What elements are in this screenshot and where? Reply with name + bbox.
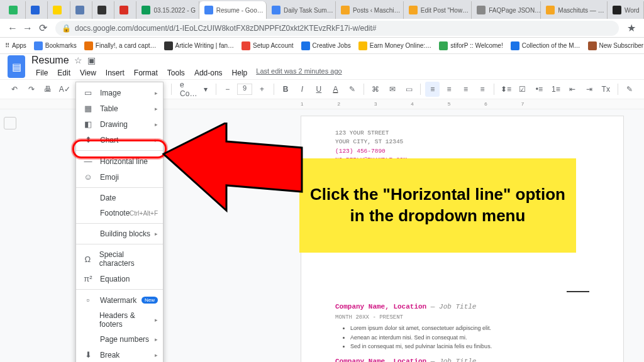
bold-button[interactable]: B — [279, 82, 292, 97]
comment-button[interactable]: ✉ — [386, 82, 399, 97]
align-right-button[interactable]: ≡ — [458, 82, 472, 97]
apps-button[interactable]: ⠿ Apps — [5, 42, 26, 49]
menu-tools[interactable]: Tools — [163, 67, 189, 79]
highlight-button[interactable]: ✎ — [345, 82, 359, 97]
insert-break[interactable]: ⬇Break▸ — [76, 347, 163, 362]
insert-image[interactable]: ▭Image▸ — [76, 85, 163, 101]
browser-tab[interactable]: Edit Post "How… — [404, 1, 472, 19]
align-left-button[interactable]: ≡ — [425, 82, 439, 97]
submenu-arrow-icon: ▸ — [155, 90, 158, 96]
browser-tab[interactable] — [114, 1, 136, 19]
svg-marker-0 — [164, 123, 302, 211]
submenu-arrow-icon: ▸ — [155, 352, 158, 358]
font-minus[interactable]: − — [220, 82, 234, 97]
last-edit-link[interactable]: Last edit was 2 minutes ago — [256, 67, 341, 79]
browser-tab[interactable]: Resume - Goo… — [199, 1, 267, 19]
align-justify-button[interactable]: ≡ — [475, 82, 489, 97]
menu-icon: ▭ — [82, 88, 94, 97]
bookmark-item[interactable]: Article Writing | fan… — [164, 41, 235, 50]
font-select[interactable]: e Co… ▾ — [176, 80, 211, 98]
browser-tab[interactable]: 03.15.2022 - G — [136, 1, 199, 19]
browser-tab[interactable]: FAQPage JSON… — [472, 1, 541, 19]
phone-text: (123) 456-7890 — [335, 147, 589, 156]
redo-button[interactable]: ↷ — [24, 82, 38, 97]
arrow-annotation — [157, 123, 308, 217]
browser-tab[interactable]: Daily Task Sum… — [267, 1, 336, 19]
indent-decrease-button[interactable]: ⇤ — [565, 82, 579, 97]
job-dates: MONTH 20XX - PRESENT — [335, 314, 589, 322]
menu-file[interactable]: File — [31, 67, 52, 79]
spellcheck-button[interactable]: A✓ — [57, 82, 71, 97]
menu-icon: ☺ — [82, 172, 94, 182]
browser-tab[interactable] — [26, 1, 48, 19]
insert-page-numbers[interactable]: Page numbers▸ — [76, 332, 163, 347]
outline-icon[interactable] — [4, 117, 16, 129]
editing-mode-button[interactable]: ✎ — [622, 82, 636, 97]
company-heading: Company Name, Location — Job Title — [335, 356, 589, 363]
bookmark-item[interactable]: New Subscriber | Al… — [588, 41, 645, 50]
insert-watermark[interactable]: ▫WatermarkNew — [76, 292, 163, 308]
menu-icon: ⬇ — [82, 350, 94, 359]
bookmark-item[interactable]: Collection of the M… — [511, 41, 580, 50]
align-center-button[interactable]: ≡ — [442, 82, 456, 97]
checklist-button[interactable]: ☑ — [516, 82, 530, 97]
italic-button[interactable]: I — [295, 82, 309, 97]
link-button[interactable]: ⌘ — [369, 82, 382, 97]
bookmark-item[interactable]: Earn Money Online:… — [358, 41, 431, 50]
browser-tab[interactable] — [48, 1, 70, 19]
insert-equation[interactable]: π²Equation — [76, 271, 163, 287]
insert-headers-footers[interactable]: Headers & footers▸ — [76, 308, 163, 332]
insert-chart[interactable]: ⬍Chart▸ — [76, 132, 163, 148]
bookmark-item[interactable]: Finally!, a card capt… — [84, 41, 157, 50]
image-button[interactable]: ▭ — [402, 82, 416, 97]
numbered-list-button[interactable]: 1≡ — [549, 82, 563, 97]
docs-header: ▤ Resume ☆ ▣ FileEditViewInsertFormatToo… — [0, 54, 644, 79]
menu-edit[interactable]: Edit — [53, 67, 75, 79]
insert-building-blocks[interactable]: Building blocks▸ — [76, 226, 163, 241]
browser-tab[interactable]: Word — [608, 1, 644, 19]
menu-icon: π² — [82, 274, 94, 283]
bookmark-item[interactable]: Bookmarks — [34, 41, 77, 50]
bookmark-item[interactable]: Setup Account — [242, 41, 294, 50]
bookmark-item[interactable]: stiforP :: Welcome! — [439, 41, 503, 50]
star-icon[interactable]: ☆ — [74, 55, 82, 65]
insert-emoji[interactable]: ☺Emoji — [76, 169, 163, 185]
extensions-icon[interactable]: ★ — [624, 21, 639, 36]
back-button[interactable]: ← — [5, 21, 20, 36]
menu-insert[interactable]: Insert — [101, 67, 129, 79]
line-spacing-button[interactable]: ⬍≡ — [499, 82, 513, 97]
browser-tab[interactable]: Posts ‹ Maschi… — [336, 1, 404, 19]
browser-tab[interactable] — [70, 1, 92, 19]
insert-date[interactable]: Date — [76, 190, 163, 206]
insert-footnote[interactable]: FootnoteCtrl+Alt+F — [76, 206, 163, 221]
menu-help[interactable]: Help — [228, 67, 252, 79]
insert-drawing[interactable]: ◧Drawing▸ — [76, 116, 163, 132]
browser-tab[interactable] — [92, 1, 114, 19]
bookmark-item[interactable]: Creative Jobs — [301, 41, 351, 50]
url-field[interactable]: 🔒 docs.google.com/document/d/1-IEoLCzUIW… — [55, 21, 619, 36]
underline-button[interactable]: U — [312, 82, 326, 97]
insert-table[interactable]: ▦Table▸ — [76, 101, 163, 116]
text-color-button[interactable]: A — [328, 82, 342, 97]
browser-tab[interactable] — [4, 1, 26, 19]
menu-add-ons[interactable]: Add-ons — [190, 67, 227, 79]
reload-button[interactable]: ⟳ — [35, 21, 50, 36]
menu-view[interactable]: View — [75, 67, 101, 79]
font-size[interactable]: 9 — [237, 84, 252, 95]
move-icon[interactable]: ▣ — [87, 55, 96, 65]
font-plus[interactable]: + — [255, 82, 269, 97]
undo-button[interactable]: ↶ — [8, 82, 21, 97]
clear-format-button[interactable]: Tx — [599, 82, 613, 97]
browser-tab[interactable]: Maschituts — … — [541, 1, 608, 19]
insert-special-characters[interactable]: ΩSpecial characters — [76, 247, 163, 271]
forward-button[interactable]: → — [20, 21, 35, 36]
menu-icon: ◧ — [82, 119, 94, 129]
print-button[interactable]: 🖶 — [41, 82, 55, 97]
bullet-list-button[interactable]: •≡ — [532, 82, 546, 97]
company-heading: Company Name, Location — Job Title — [335, 302, 589, 312]
doc-title[interactable]: Resume — [31, 55, 69, 66]
docs-logo-icon[interactable]: ▤ — [8, 55, 25, 78]
menu-format[interactable]: Format — [130, 67, 162, 79]
indent-increase-button[interactable]: ⇥ — [582, 82, 596, 97]
insert-horizontal-line[interactable]: —Horizontal line — [76, 153, 163, 169]
